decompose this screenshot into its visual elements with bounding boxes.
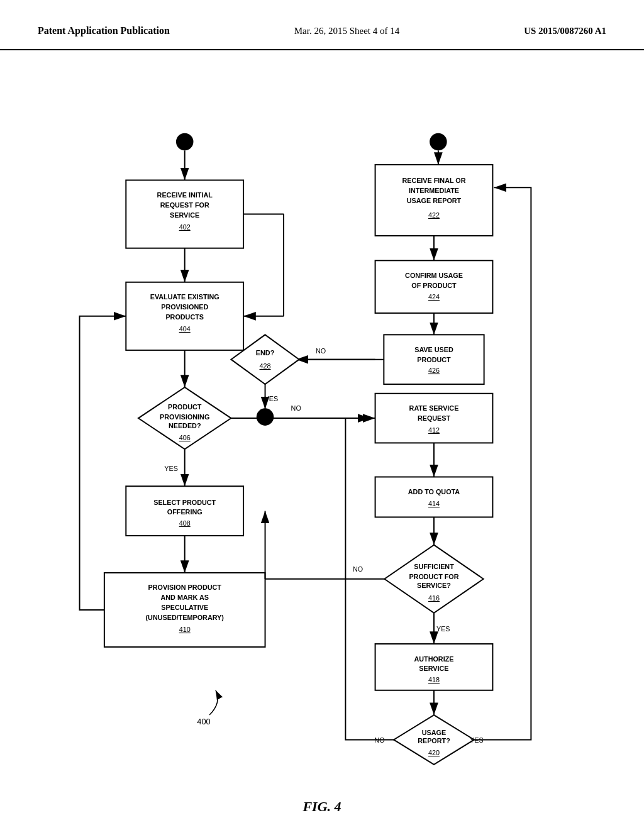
receive-initial-label3: SERVICE (170, 211, 199, 219)
svg-text:USAGE: USAGE (422, 729, 446, 736)
svg-text:PROVISION PRODUCT: PROVISION PRODUCT (148, 584, 222, 591)
svg-text:NO: NO (291, 404, 301, 412)
svg-text:EVALUATE EXISTING: EVALUATE EXISTING (150, 293, 219, 301)
receive-initial-label2: REQUEST FOR (160, 201, 209, 209)
diagram-container: RECEIVE INITIAL REQUEST FOR SERVICE 402 … (0, 50, 644, 792)
svg-text:SELECT PRODUCT: SELECT PRODUCT (153, 499, 216, 506)
svg-text:422: 422 (428, 211, 440, 219)
svg-text:AUTHORIZE: AUTHORIZE (414, 655, 453, 663)
svg-text:SERVICE?: SERVICE? (417, 582, 451, 589)
svg-text:424: 424 (428, 293, 440, 301)
header-left: Patent Application Publication (38, 25, 170, 36)
svg-text:412: 412 (428, 426, 440, 434)
svg-text:NO: NO (353, 565, 363, 573)
svg-text:OFFERING: OFFERING (167, 508, 203, 516)
svg-text:NEEDED?: NEEDED? (169, 422, 201, 429)
svg-text:PRODUCT: PRODUCT (168, 403, 202, 411)
receive-initial-label1: RECEIVE INITIAL (157, 191, 213, 199)
svg-text:PROVISIONING: PROVISIONING (160, 413, 209, 421)
svg-text:YES: YES (164, 465, 178, 472)
svg-text:416: 416 (428, 594, 440, 602)
start-circle-right (430, 133, 447, 151)
svg-text:ADD TO QUOTA: ADD TO QUOTA (408, 488, 460, 495)
add-to-quota-box (375, 477, 493, 517)
svg-text:USAGE REPORT: USAGE REPORT (407, 197, 462, 204)
svg-text:428: 428 (260, 362, 271, 370)
svg-text:SAVE USED: SAVE USED (414, 346, 453, 353)
page-header: Patent Application Publication Mar. 26, … (0, 0, 644, 50)
fig-label: FIG. 4 (0, 799, 644, 815)
svg-text:YES: YES (436, 625, 450, 633)
svg-text:AND MARK AS: AND MARK AS (161, 594, 209, 601)
svg-text:PRODUCT: PRODUCT (417, 356, 451, 363)
svg-text:PROVISIONED: PROVISIONED (161, 303, 208, 311)
svg-text:SUFFICIENT: SUFFICIENT (414, 563, 454, 570)
svg-text:408: 408 (179, 519, 191, 527)
svg-text:PRODUCT FOR: PRODUCT FOR (409, 573, 458, 580)
svg-text:404: 404 (179, 325, 191, 333)
receive-initial-ref: 402 (179, 223, 191, 231)
svg-text:INTERMEDIATE: INTERMEDIATE (409, 187, 459, 194)
end-circle (257, 408, 274, 426)
svg-text:406: 406 (179, 434, 191, 441)
svg-text:418: 418 (428, 676, 440, 683)
svg-text:YES: YES (265, 395, 279, 402)
svg-text:CONFIRM USAGE: CONFIRM USAGE (405, 272, 463, 279)
svg-text:NO: NO (316, 347, 326, 355)
svg-text:410: 410 (179, 626, 191, 633)
svg-text:426: 426 (428, 367, 440, 374)
diagram-ref-label: 400 (197, 717, 210, 726)
svg-text:PRODUCTS: PRODUCTS (165, 313, 204, 321)
svg-text:RATE SERVICE: RATE SERVICE (409, 404, 459, 412)
svg-text:(UNUSED/TEMPORARY): (UNUSED/TEMPORARY) (146, 614, 225, 621)
start-circle (176, 133, 194, 151)
header-right: US 2015/0087260 A1 (524, 26, 606, 36)
svg-text:REPORT?: REPORT? (418, 737, 450, 744)
svg-text:420: 420 (428, 749, 440, 756)
svg-text:REQUEST: REQUEST (418, 414, 451, 422)
svg-text:SPECULATIVE: SPECULATIVE (161, 604, 208, 611)
svg-text:SERVICE: SERVICE (419, 665, 448, 672)
svg-text:END?: END? (256, 349, 274, 357)
svg-text:414: 414 (428, 500, 440, 507)
header-center: Mar. 26, 2015 Sheet 4 of 14 (294, 26, 399, 36)
svg-text:RECEIVE FINAL OR: RECEIVE FINAL OR (402, 177, 465, 184)
svg-text:OF PRODUCT: OF PRODUCT (411, 282, 457, 289)
